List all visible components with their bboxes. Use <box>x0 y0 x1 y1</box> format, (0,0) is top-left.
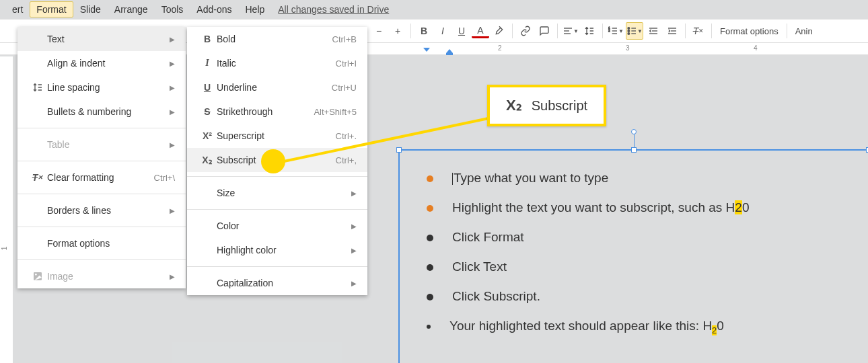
subscript-icon: X₂ <box>506 97 522 114</box>
text-strike-item[interactable]: S Strikethrough Alt+Shift+5 <box>187 99 367 124</box>
svg-marker-21 <box>446 49 453 53</box>
numbered-list-button[interactable]: 12▼ <box>607 22 624 40</box>
text-color-item[interactable]: Color▶ <box>187 214 367 238</box>
list-item[interactable]: Your highlighted text should appear like… <box>427 319 841 335</box>
clear-format-icon: T✕ <box>28 172 47 183</box>
numbered-list-icon: 12 <box>608 26 618 36</box>
bulleted-list-icon <box>626 26 637 36</box>
bold-icon: B <box>198 34 217 44</box>
text-highlight-item[interactable]: Highlight color▶ <box>187 238 367 262</box>
resize-handle[interactable] <box>396 147 402 153</box>
annotation-dot <box>261 149 285 173</box>
align-left-icon <box>563 26 573 36</box>
indent-icon <box>667 26 678 36</box>
resize-handle[interactable] <box>631 147 637 153</box>
underline-button[interactable]: U <box>453 22 470 40</box>
format-linespacing-item[interactable]: Line spacing▶ <box>17 75 186 99</box>
bold-button[interactable]: B <box>415 22 433 40</box>
align-button[interactable]: ▼ <box>562 22 579 40</box>
superscript-icon: X² <box>198 130 217 141</box>
format-clear-item[interactable]: T✕ Clear formatting Ctrl+\ <box>17 165 186 190</box>
ruler-mark: 4 <box>754 44 758 52</box>
comment-button[interactable] <box>536 22 553 40</box>
text-size-item[interactable]: Size▶ <box>187 181 367 205</box>
line-spacing-icon <box>28 82 47 93</box>
svg-marker-20 <box>423 48 430 52</box>
format-borders-item[interactable]: Borders & lines▶ <box>17 198 186 223</box>
callout-label: Subscript <box>532 98 587 114</box>
menu-help[interactable]: Help <box>238 1 271 17</box>
svg-text:2: 2 <box>608 29 610 32</box>
text-color-button[interactable]: A <box>472 24 489 38</box>
format-bullets-item[interactable]: Bullets & numbering▶ <box>17 99 186 124</box>
menubar: ert Format Slide Arrange Tools Add-ons H… <box>0 0 868 19</box>
subscript-icon: X₂ <box>198 155 217 165</box>
format-text-item[interactable]: Text▶ <box>17 27 186 51</box>
italic-icon: I <box>198 58 217 69</box>
underline-icon: U <box>198 82 217 93</box>
increase-indent-button[interactable] <box>663 22 681 40</box>
animate-button[interactable]: Anin <box>791 26 817 36</box>
svg-point-9 <box>628 30 630 32</box>
ruler-mark: 1 <box>1 247 8 251</box>
first-line-indent-icon[interactable] <box>423 47 431 55</box>
format-options-button[interactable]: Format options <box>716 26 783 36</box>
ruler-mark: 3 <box>626 44 630 52</box>
line-spacing-icon <box>584 26 595 36</box>
text-underline-item[interactable]: U Underline Ctrl+U <box>187 75 367 99</box>
decrease-indent-button[interactable] <box>645 22 662 40</box>
zoom-out-button[interactable]: − <box>370 22 388 40</box>
line-spacing-button[interactable] <box>581 22 598 40</box>
menu-tools[interactable]: Tools <box>155 1 190 17</box>
svg-rect-22 <box>446 53 453 55</box>
list-item[interactable]: Type what you want to type <box>427 171 841 186</box>
format-dropdown: Text▶ Align & indent▶ Line spacing▶ Bull… <box>17 27 186 288</box>
zoom-in-button[interactable]: + <box>389 22 406 40</box>
text-italic-item[interactable]: I Italic Ctrl+I <box>187 51 367 75</box>
save-status[interactable]: All changes saved in Drive <box>278 4 389 15</box>
menu-arrange[interactable]: Arrange <box>108 1 155 17</box>
text-superscript-item[interactable]: X² Superscript Ctrl+. <box>187 124 367 148</box>
left-indent-icon[interactable] <box>445 48 454 56</box>
strikethrough-icon: S <box>198 106 217 117</box>
link-icon <box>520 26 531 36</box>
list-item[interactable]: Highlight the text you want to subscript… <box>427 200 841 215</box>
list-item[interactable]: Click Format <box>427 230 841 245</box>
svg-point-8 <box>628 28 630 30</box>
link-button[interactable] <box>517 22 534 40</box>
list-item[interactable]: Click Subscript. <box>427 289 841 304</box>
ruler-mark: 2 <box>498 44 502 52</box>
bulleted-list-button[interactable]: ▼ <box>626 22 643 40</box>
slide-textbox[interactable]: Type what you want to type Highlight the… <box>398 149 868 363</box>
text-bold-item[interactable]: B Bold Ctrl+B <box>187 27 367 51</box>
vertical-ruler: 1 2 <box>0 56 13 363</box>
menu-format[interactable]: Format <box>30 1 73 17</box>
rotate-handle[interactable] <box>631 129 637 134</box>
text-capitalization-item[interactable]: Capitalization▶ <box>187 271 367 295</box>
italic-button[interactable]: I <box>434 22 451 40</box>
format-table-item: Table▶ <box>17 132 186 157</box>
annotation-callout: X₂ Subscript <box>487 85 606 126</box>
menu-insert[interactable]: ert <box>5 1 30 17</box>
svg-point-10 <box>628 33 630 35</box>
menu-addons[interactable]: Add-ons <box>190 1 238 17</box>
image-icon <box>28 271 47 282</box>
format-options-item[interactable]: Format options <box>17 231 186 255</box>
menu-slide[interactable]: Slide <box>73 1 108 17</box>
format-align-item[interactable]: Align & indent▶ <box>17 51 186 75</box>
comment-icon <box>539 26 550 36</box>
format-image-item: Image▶ <box>17 264 186 288</box>
highlighter-icon <box>494 26 505 36</box>
bullet-list: Type what you want to type Highlight the… <box>400 151 868 363</box>
outdent-icon <box>648 26 659 36</box>
clear-format-button[interactable]: T✕ <box>690 22 707 40</box>
svg-point-24 <box>35 274 37 276</box>
highlight-button[interactable] <box>491 22 508 40</box>
list-item[interactable]: Click Text <box>427 259 841 274</box>
